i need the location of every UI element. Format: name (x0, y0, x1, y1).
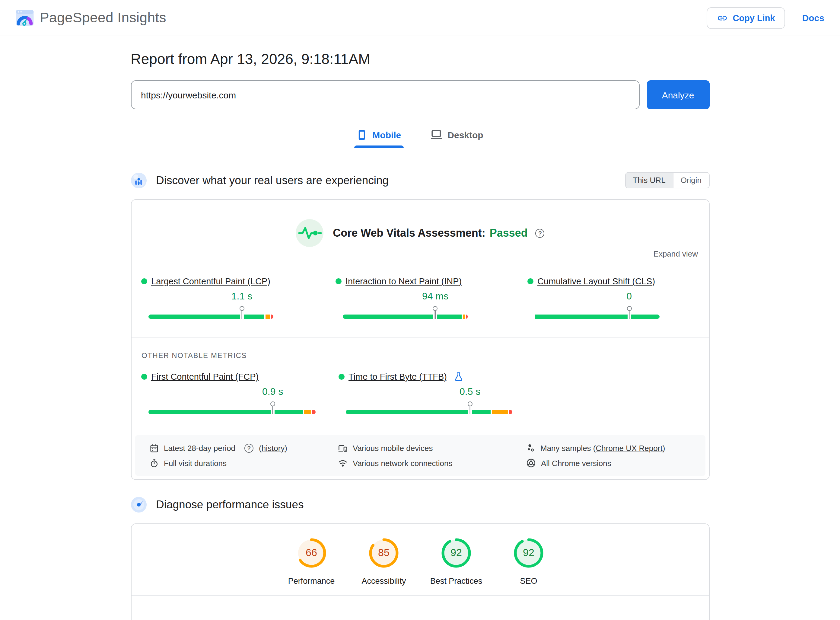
card-divider (131, 337, 709, 338)
performance-score-ring: 66 (296, 537, 327, 569)
stopwatch-icon (149, 458, 158, 468)
pagespeed-logo-icon (16, 10, 34, 26)
fcp-link[interactable]: First Contentful Paint (FCP) (151, 372, 258, 382)
chrome-ux-report-link[interactable]: Chrome UX Report (596, 443, 663, 453)
analyze-button[interactable]: Analyze (646, 80, 709, 109)
pulse-icon (295, 219, 323, 247)
diagnose-gauge-icon (131, 497, 146, 513)
main-content: Report from Apr 13, 2026, 9:18:11AM Anal… (131, 50, 709, 620)
toggle-this-url[interactable]: This URL (625, 173, 673, 188)
help-icon[interactable]: ? (244, 443, 254, 453)
toggle-origin[interactable]: Origin (673, 173, 709, 188)
ttfb-link[interactable]: Time to First Byte (TTFB) (349, 372, 447, 382)
footnote-versions: All Chrome versions (526, 458, 705, 468)
gauge-label: Best Practices (430, 576, 482, 585)
accessibility-score-ring: 85 (368, 537, 400, 569)
cwv-assessment-status: Passed (490, 227, 528, 239)
real-users-icon (131, 172, 146, 188)
fcp-distribution-bar: 0.9 s (148, 386, 315, 414)
category-gauges: 66 Performance 85 Accessibility 92 Best … (131, 537, 709, 585)
metric-fcp: First Contentful Paint (FCP) 0.9 s (141, 372, 335, 414)
chrome-icon (526, 458, 536, 468)
url-origin-toggle: This URL Origin (625, 172, 709, 188)
lab-section-header: Diagnose performance issues (131, 497, 709, 513)
metric-ttfb: Time to First Byte (TTFB) 0.5 s (338, 372, 532, 414)
active-tab-underline (354, 146, 403, 148)
metric-cls: Cumulative Layout Shift (CLS) 0 (527, 277, 672, 319)
tab-mobile-label: Mobile (372, 130, 401, 140)
lcp-link[interactable]: Largest Contentful Paint (LCP) (151, 277, 270, 286)
gauge-label: Performance (288, 576, 335, 585)
url-form: Analyze (131, 80, 709, 109)
expand-view-button[interactable]: Expand view (654, 249, 698, 258)
footnote-network: Various network connections (338, 458, 526, 468)
gauge-accessibility[interactable]: 85 Accessibility (347, 537, 420, 585)
cwv-assessment-header: Core Web Vitals Assessment: Passed ? (131, 219, 709, 247)
lab-card: 66 Performance 85 Accessibility 92 Best … (131, 524, 709, 620)
devices-icon (338, 443, 347, 453)
lab-card-divider (131, 595, 709, 596)
tab-desktop-label: Desktop (448, 129, 483, 140)
core-web-vitals-row: Largest Contentful Paint (LCP) 1.1 s Int… (131, 277, 709, 319)
docs-link[interactable]: Docs (802, 13, 824, 23)
other-notable-metrics-label: OTHER NOTABLE METRICS (141, 351, 709, 360)
report-title: Report from Apr 13, 2026, 9:18:11AM (131, 50, 709, 68)
gauge-seo[interactable]: 92 SEO (493, 537, 565, 585)
best-practices-score-ring: 92 (440, 537, 472, 569)
samples-dots-icon (526, 443, 535, 453)
status-dot-good (141, 278, 147, 284)
top-bar: PageSpeed Insights Copy Link Docs (0, 0, 840, 36)
seo-score-ring: 92 (513, 537, 544, 569)
crux-footnotes: Latest 28-day period ? (history) Various… (135, 435, 705, 476)
pagespeed-insights-page: PageSpeed Insights Copy Link Docs Report… (0, 0, 840, 620)
lcp-distribution-bar: 1.1 s (148, 291, 273, 319)
copy-link-button[interactable]: Copy Link (707, 7, 785, 29)
help-icon[interactable]: ? (536, 229, 545, 238)
field-data-section-header: Discover what your real users are experi… (131, 172, 709, 188)
footnote-period: Latest 28-day period ? (history) (149, 443, 338, 453)
ttfb-distribution-bar: 0.5 s (346, 386, 512, 414)
inp-distribution-bar: 94 ms (343, 291, 467, 319)
wifi-icon (338, 459, 347, 467)
footnote-durations: Full visit durations (149, 458, 338, 468)
status-dot-good (338, 374, 344, 380)
history-link[interactable]: history (261, 443, 285, 453)
gauge-performance[interactable]: 66 Performance (275, 537, 347, 585)
device-tabs: Mobile Desktop (131, 128, 709, 148)
copy-link-label: Copy Link (733, 13, 775, 23)
url-input[interactable] (131, 80, 639, 109)
gauge-label: Accessibility (361, 576, 406, 585)
footnote-samples: Many samples (Chrome UX Report) (526, 443, 705, 453)
metric-inp: Interaction to Next Paint (INP) 94 ms (335, 277, 480, 319)
status-dot-good (335, 278, 341, 284)
other-metrics-row: First Contentful Paint (FCP) 0.9 s Time … (131, 372, 709, 414)
field-data-section-title: Discover what your real users are experi… (156, 173, 389, 187)
status-dot-good (527, 278, 533, 284)
mobile-phone-icon (357, 129, 367, 141)
cwv-assessment-label: Core Web Vitals Assessment: (333, 227, 485, 239)
status-dot-good (141, 374, 147, 380)
cls-distribution-bar: 0 (534, 291, 659, 319)
footnote-devices: Various mobile devices (338, 443, 526, 453)
gauge-label: SEO (520, 576, 537, 585)
inp-link[interactable]: Interaction to Next Paint (INP) (346, 277, 461, 286)
tab-desktop[interactable]: Desktop (428, 128, 485, 148)
link-icon (717, 12, 728, 23)
experimental-flask-icon[interactable] (454, 372, 463, 382)
field-data-card: Core Web Vitals Assessment: Passed ? Exp… (131, 199, 709, 480)
app-title: PageSpeed Insights (40, 10, 166, 26)
desktop-laptop-icon (430, 129, 442, 140)
metric-lcp: Largest Contentful Paint (LCP) 1.1 s (141, 277, 286, 319)
top-bar-actions: Copy Link Docs (707, 7, 824, 29)
tab-mobile[interactable]: Mobile (354, 128, 403, 148)
app-logo: PageSpeed Insights (16, 10, 166, 26)
cls-link[interactable]: Cumulative Layout Shift (CLS) (537, 277, 655, 286)
calendar-icon (149, 443, 158, 453)
lab-section-title: Diagnose performance issues (156, 498, 304, 511)
gauge-best-practices[interactable]: 92 Best Practices (420, 537, 493, 585)
